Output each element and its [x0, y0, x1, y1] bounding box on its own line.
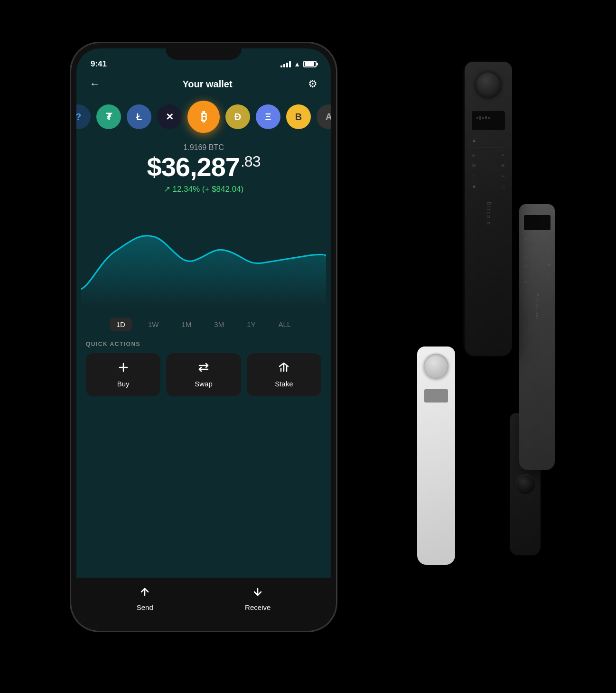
- ledger-s-nav-2: ○ B: [524, 248, 551, 252]
- svg-rect-6: [482, 117, 484, 119]
- usd-whole: $36,287: [147, 152, 240, 182]
- ledger-nano-button: [515, 474, 535, 494]
- ledger-s-nav-1: ▲: [524, 236, 551, 241]
- battery-fill: [305, 62, 314, 66]
- svg-rect-7: [485, 116, 487, 119]
- ledger-s-down: ▼: [524, 280, 528, 284]
- swap-label: Swap: [195, 380, 213, 388]
- crypto-balance: 1.9169 BTC: [86, 143, 321, 152]
- stake-label: Stake: [275, 380, 293, 388]
- coin-ethereum[interactable]: Ξ: [256, 104, 280, 129]
- quick-actions-grid: BuySwapStake: [86, 353, 321, 396]
- ledger-nano-s: ▲ ○ B ⌘ D M ☰ + ↪ ▼ Ethereum: [519, 204, 555, 470]
- ledger-icon-1: ◈: [472, 153, 475, 158]
- stake-icon: [278, 362, 289, 376]
- bottom-receive[interactable]: Receive: [245, 586, 271, 611]
- ledger-icon-6: ↪: [501, 174, 505, 178]
- ledger-up-icon: ▲: [472, 138, 476, 143]
- ledger-nav-row-1: ▲: [472, 138, 505, 143]
- ledger-s-screen: [524, 215, 551, 230]
- buy-label: Buy: [117, 380, 130, 388]
- ledger-nav-row-3: ⌘ ❋: [472, 163, 505, 168]
- ledger-white-screen: [424, 389, 448, 403]
- ledger-s-up: ▲: [524, 236, 528, 241]
- ledger-s-icon-8: ↪: [547, 272, 551, 276]
- ledger-s-nav-4: M ☰: [524, 264, 551, 268]
- bottom-bar: SendReceive: [76, 578, 331, 626]
- wifi-icon: ▲: [294, 60, 300, 68]
- coin-bitcoin[interactable]: ₿: [187, 101, 220, 133]
- ledger-down-icon: ▼: [472, 184, 476, 189]
- ledger-icon-5: +: [472, 174, 474, 178]
- action-buy[interactable]: Buy: [86, 353, 160, 396]
- coin-dogecoin[interactable]: Ð: [225, 104, 250, 129]
- page-title: Your wallet: [182, 79, 232, 90]
- ledger-icon-4: ❋: [501, 163, 505, 168]
- chart-svg: [81, 204, 326, 308]
- coin-tether[interactable]: ₮: [96, 104, 121, 129]
- timeframe-1d[interactable]: 1D: [110, 318, 132, 331]
- quick-actions-section: QUICK ACTIONS BuySwapStake: [76, 341, 331, 396]
- signal-bar-4: [289, 61, 291, 67]
- balance-section: 1.9169 BTC $36,287.83 ↗ 12.34% (+ $842.0…: [76, 139, 331, 194]
- coin-unknown[interactable]: ?: [76, 104, 91, 129]
- phone-device: 9:41 ▲ ← Your wallet: [71, 43, 336, 631]
- back-button[interactable]: ←: [90, 78, 107, 90]
- ledger-icon-3: ⌘: [472, 163, 476, 168]
- ledger-icon-2: ✦: [501, 153, 505, 158]
- coin-selector: ?₮Ł✕₿ÐΞBA: [76, 95, 331, 139]
- ledger-s-icon-2: B: [548, 248, 550, 252]
- ledger-white: [417, 346, 455, 565]
- coin-binance[interactable]: B: [286, 104, 311, 129]
- settings-button[interactable]: ⚙: [308, 78, 317, 90]
- scene: 9:41 ▲ ← Your wallet: [47, 24, 569, 669]
- signal-icon: [280, 61, 291, 67]
- balance-change: ↗ 12.34% (+ $842.04): [86, 184, 321, 194]
- ledger-white-button: [424, 354, 448, 378]
- ledger-s-nav-3: ⌘ D: [524, 256, 551, 260]
- swap-icon: [198, 362, 209, 376]
- coin-ripple[interactable]: ✕: [157, 104, 182, 129]
- timeframe-3m[interactable]: 3M: [207, 318, 231, 331]
- phone-screen: 9:41 ▲ ← Your wallet: [76, 48, 331, 626]
- svg-rect-4: [476, 117, 478, 119]
- timeframe-1y[interactable]: 1Y: [240, 318, 262, 331]
- notch: [166, 43, 242, 60]
- ledger-nav-row-5: ▼ □: [472, 184, 505, 189]
- ledger-s-icon-1: ○: [524, 248, 526, 252]
- ledger-s-icon-6: ☰: [547, 264, 551, 268]
- action-stake[interactable]: Stake: [247, 353, 321, 396]
- ledger-nav-row-2: ◈ ✦: [472, 153, 505, 158]
- change-usd: (+ $842.04): [202, 185, 243, 194]
- battery-icon: [303, 61, 317, 67]
- ledger-bitcoin-text: Bitcoin: [486, 202, 491, 226]
- usd-cents: .83: [241, 153, 260, 170]
- change-percent: ↗ 12.34%: [164, 185, 200, 194]
- receive-label: Receive: [245, 603, 271, 611]
- ledger-x-screen: [472, 111, 505, 130]
- svg-rect-5: [479, 116, 481, 120]
- timeframe-1m[interactable]: 1M: [175, 318, 198, 331]
- timeframe-selector: 1D1W1M3M1YALL: [76, 308, 331, 341]
- ledger-s-icon-3: ⌘: [524, 256, 528, 260]
- action-swap[interactable]: Swap: [166, 353, 241, 396]
- bottom-send[interactable]: Send: [137, 586, 153, 611]
- timeframe-1w[interactable]: 1W: [141, 318, 166, 331]
- signal-bar-1: [280, 66, 282, 67]
- usd-balance: $36,287.83: [86, 154, 321, 180]
- ledger-s-icon-5: M: [524, 264, 527, 268]
- ledger-s-icon-7: +: [524, 272, 526, 276]
- ledger-icon-7: □: [503, 185, 505, 189]
- ledger-nav-row-4: + ↪: [472, 174, 505, 178]
- app-header: ← Your wallet ⚙: [76, 73, 331, 95]
- send-icon: [139, 586, 150, 600]
- ledger-nano-x: ▲ ◈ ✦ ⌘ ❋ + ↪ ▼ □ Bitcoin: [465, 62, 512, 356]
- coin-algo[interactable]: A: [317, 104, 331, 129]
- svg-rect-8: [488, 117, 490, 119]
- ledger-top-button: [476, 71, 501, 97]
- status-time: 9:41: [91, 59, 107, 69]
- ledger-s-nav-5: + ↪: [524, 272, 551, 276]
- timeframe-all[interactable]: ALL: [272, 318, 298, 331]
- signal-bar-2: [283, 64, 285, 67]
- coin-litecoin[interactable]: Ł: [127, 104, 151, 129]
